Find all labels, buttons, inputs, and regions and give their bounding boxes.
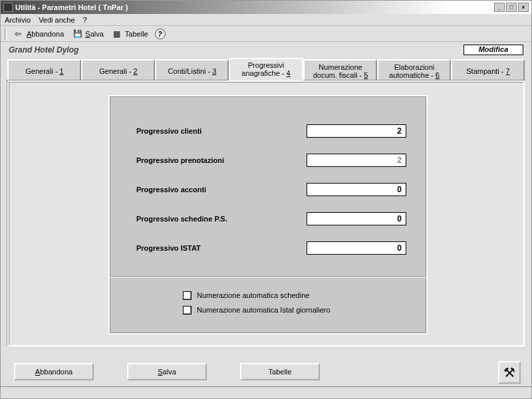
menu-archivio[interactable]: Archivio [5, 16, 31, 24]
tab-strip: Generali - 1 Generali - 2 Conti/Listini … [7, 58, 525, 80]
tools-button[interactable] [498, 361, 521, 384]
tab-numerazione-fiscali[interactable]: Numerazionedocum. fiscali - 5 [303, 59, 377, 82]
menu-vedi-anche[interactable]: Vedi anche [39, 16, 74, 24]
menu-bar: Archivio Vedi anche ? [1, 14, 531, 26]
abbandona-button[interactable]: Abbandona [14, 363, 94, 380]
tab-stampanti[interactable]: Stampanti - 7 [451, 59, 525, 82]
toolbar-tabelle[interactable]: Tabelle [110, 28, 151, 40]
help-icon[interactable]: ? [155, 29, 166, 39]
tab-generali-1[interactable]: Generali - 1 [7, 59, 81, 82]
tabelle-button[interactable]: Tabelle [240, 363, 320, 380]
toolbar-abbandona[interactable]: Abbandona [12, 28, 66, 40]
row-progressivo-acconti: Progressivo acconti [136, 175, 406, 204]
input-progressivo-clienti[interactable] [307, 124, 406, 138]
salva-button[interactable]: Salva [127, 363, 207, 380]
tab-progressivi-anagrafiche[interactable]: Progressivianagrafiche - 4 [229, 58, 303, 80]
checkbox-label-schedine: Numerazione automatica schedine [197, 291, 309, 299]
checkbox-numerazione-istat[interactable] [183, 306, 192, 315]
label-progressivo-prenotazioni: Progressivo prenotazioni [136, 156, 307, 164]
back-arrow-icon [15, 29, 24, 39]
input-progressivo-istat[interactable] [307, 241, 406, 255]
card-divider [110, 276, 426, 277]
save-icon [73, 29, 82, 39]
minimize-button[interactable]: _ [494, 3, 505, 12]
info-row: Grand Hotel Dylog Modifica [1, 42, 531, 58]
label-progressivo-acconti: Progressivo acconti [136, 186, 307, 194]
label-progressivo-istat: Progressivo ISTAT [136, 244, 307, 252]
app-window: Utilità - Parametri Hotel ( TnPar ) _ □ … [0, 0, 532, 399]
toolbar: Abbandona Salva Tabelle ? [1, 26, 531, 42]
row-progressivo-istat: Progressivo ISTAT [136, 233, 406, 263]
check-row-schedine: Numerazione automatica schedine [183, 288, 426, 303]
system-menu-icon[interactable] [3, 3, 13, 12]
tab-elaborazioni-automatiche[interactable]: Elaborazioniautomatiche - 6 [377, 59, 451, 82]
tab-container: Generali - 1 Generali - 2 Conti/Listini … [7, 58, 525, 346]
hotel-name: Grand Hotel Dylog [9, 45, 464, 55]
tab-panel: Progressivo clienti Progressivo prenotaz… [7, 80, 525, 346]
tab-generali-2[interactable]: Generali - 2 [81, 59, 155, 82]
input-progressivo-schedine[interactable] [307, 212, 406, 225]
form-card: Progressivo clienti Progressivo prenotaz… [108, 95, 428, 334]
toolbar-separator [5, 28, 7, 40]
toolbar-tabelle-label: Tabelle [125, 30, 148, 38]
form-rows: Progressivo clienti Progressivo prenotaz… [110, 96, 426, 269]
input-progressivo-acconti[interactable] [307, 183, 406, 196]
checkbox-group: Numerazione automatica schedine Numerazi… [110, 284, 426, 317]
row-progressivo-prenotazioni: Progressivo prenotazioni [136, 146, 406, 175]
input-progressivo-prenotazioni [307, 154, 406, 167]
mode-indicator: Modifica [464, 45, 523, 55]
window-title: Utilità - Parametri Hotel ( TnPar ) [15, 3, 494, 11]
status-bar [1, 386, 531, 398]
row-progressivo-clienti: Progressivo clienti [136, 116, 406, 146]
label-progressivo-schedine: Progressivo schedine P.S. [136, 215, 307, 223]
tab-conti-listini[interactable]: Conti/Listini - 3 [155, 59, 229, 82]
titlebar: Utilità - Parametri Hotel ( TnPar ) _ □ … [1, 1, 531, 14]
bottom-button-bar: Abbandona Salva Tabelle [1, 360, 531, 384]
checkbox-label-istat: Numerazione automatica Istat giornaliero [197, 306, 331, 314]
table-icon [113, 29, 122, 39]
menu-help[interactable]: ? [83, 16, 87, 24]
row-progressivo-schedine: Progressivo schedine P.S. [136, 204, 406, 233]
maximize-button[interactable]: □ [506, 3, 517, 12]
checkbox-numerazione-schedine[interactable] [183, 291, 192, 300]
toolbar-salva[interactable]: Salva [70, 28, 106, 40]
check-row-istat: Numerazione automatica Istat giornaliero [183, 303, 426, 317]
label-progressivo-clienti: Progressivo clienti [136, 127, 307, 135]
window-buttons: _ □ × [494, 3, 529, 12]
close-button[interactable]: × [518, 3, 529, 12]
